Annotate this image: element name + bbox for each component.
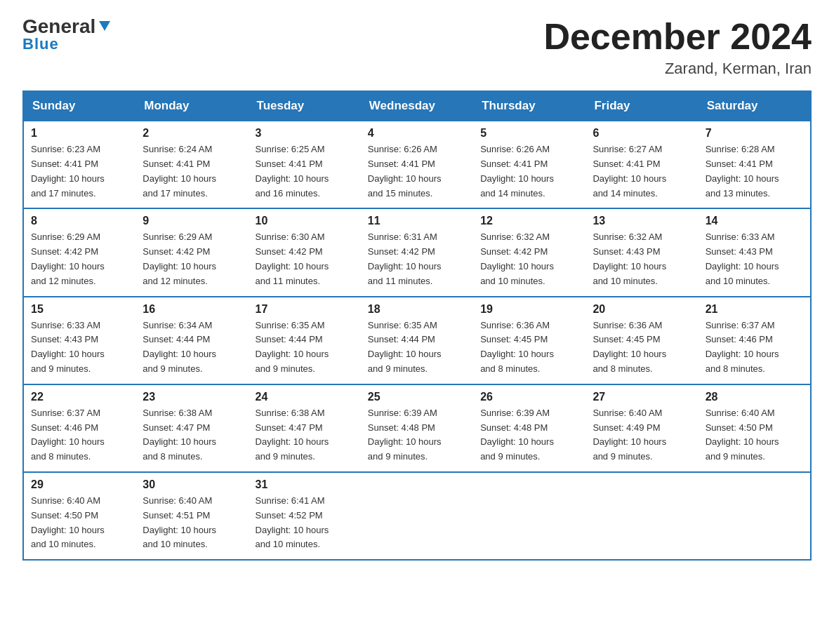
day-info: Sunrise: 6:33 AMSunset: 4:43 PMDaylight:…	[706, 232, 779, 286]
day-info: Sunrise: 6:34 AMSunset: 4:44 PMDaylight:…	[143, 320, 216, 374]
day-number: 4	[368, 127, 466, 140]
calendar-cell	[473, 472, 585, 560]
day-info: Sunrise: 6:39 AMSunset: 4:48 PMDaylight:…	[368, 408, 442, 462]
calendar-cell: 9 Sunrise: 6:29 AMSunset: 4:42 PMDayligh…	[135, 208, 248, 296]
weekday-header-wednesday: Wednesday	[361, 91, 473, 121]
day-info: Sunrise: 6:35 AMSunset: 4:44 PMDaylight:…	[368, 320, 442, 374]
day-number: 6	[593, 127, 691, 140]
weekday-header-thursday: Thursday	[473, 91, 585, 121]
calendar-cell: 31 Sunrise: 6:41 AMSunset: 4:52 PMDaylig…	[249, 472, 361, 560]
title-block: December 2024 Zarand, Kerman, Iran	[543, 17, 812, 78]
day-number: 20	[593, 303, 691, 316]
logo: General Blue	[22, 17, 112, 53]
calendar-cell: 6 Sunrise: 6:27 AMSunset: 4:41 PMDayligh…	[585, 121, 698, 208]
calendar-cell: 21 Sunrise: 6:37 AMSunset: 4:46 PMDaylig…	[699, 297, 811, 384]
logo-general-text: General	[22, 17, 95, 36]
calendar-cell: 3 Sunrise: 6:25 AMSunset: 4:41 PMDayligh…	[249, 121, 361, 208]
logo-blue-text: Blue	[22, 35, 59, 53]
weekday-header-row: SundayMondayTuesdayWednesdayThursdayFrid…	[23, 91, 811, 121]
svg-marker-0	[99, 21, 110, 31]
day-info: Sunrise: 6:31 AMSunset: 4:42 PMDaylight:…	[368, 232, 442, 286]
calendar-cell: 27 Sunrise: 6:40 AMSunset: 4:49 PMDaylig…	[585, 384, 698, 472]
day-info: Sunrise: 6:32 AMSunset: 4:42 PMDaylight:…	[480, 232, 554, 286]
calendar-cell: 15 Sunrise: 6:33 AMSunset: 4:43 PMDaylig…	[23, 297, 135, 384]
weekday-header-friday: Friday	[585, 91, 698, 121]
day-info: Sunrise: 6:32 AMSunset: 4:43 PMDaylight:…	[593, 232, 666, 286]
calendar-cell: 8 Sunrise: 6:29 AMSunset: 4:42 PMDayligh…	[23, 208, 135, 296]
day-info: Sunrise: 6:37 AMSunset: 4:46 PMDaylight:…	[706, 320, 779, 374]
weekday-header-sunday: Sunday	[23, 91, 135, 121]
day-number: 21	[706, 303, 803, 316]
day-info: Sunrise: 6:36 AMSunset: 4:45 PMDaylight:…	[480, 320, 554, 374]
day-number: 16	[143, 303, 241, 316]
calendar-cell: 2 Sunrise: 6:24 AMSunset: 4:41 PMDayligh…	[135, 121, 248, 208]
day-info: Sunrise: 6:33 AMSunset: 4:43 PMDaylight:…	[31, 320, 105, 374]
day-number: 18	[368, 303, 466, 316]
day-info: Sunrise: 6:29 AMSunset: 4:42 PMDaylight:…	[31, 232, 105, 286]
calendar-cell: 13 Sunrise: 6:32 AMSunset: 4:43 PMDaylig…	[585, 208, 698, 296]
day-info: Sunrise: 6:30 AMSunset: 4:42 PMDaylight:…	[256, 232, 329, 286]
calendar-cell: 26 Sunrise: 6:39 AMSunset: 4:48 PMDaylig…	[473, 384, 585, 472]
day-number: 8	[31, 215, 128, 227]
day-info: Sunrise: 6:23 AMSunset: 4:41 PMDaylight:…	[31, 144, 105, 198]
calendar-cell: 10 Sunrise: 6:30 AMSunset: 4:42 PMDaylig…	[249, 208, 361, 296]
day-info: Sunrise: 6:40 AMSunset: 4:50 PMDaylight:…	[706, 408, 779, 462]
day-info: Sunrise: 6:40 AMSunset: 4:51 PMDaylight:…	[143, 495, 216, 549]
calendar-cell: 28 Sunrise: 6:40 AMSunset: 4:50 PMDaylig…	[699, 384, 811, 472]
day-info: Sunrise: 6:40 AMSunset: 4:49 PMDaylight:…	[593, 408, 666, 462]
day-number: 22	[31, 391, 128, 403]
day-info: Sunrise: 6:26 AMSunset: 4:41 PMDaylight:…	[480, 144, 554, 198]
calendar-cell: 25 Sunrise: 6:39 AMSunset: 4:48 PMDaylig…	[361, 384, 473, 472]
calendar-cell: 12 Sunrise: 6:32 AMSunset: 4:42 PMDaylig…	[473, 208, 585, 296]
logo-arrow-icon	[97, 18, 112, 34]
day-number: 24	[256, 391, 354, 403]
calendar-cell: 16 Sunrise: 6:34 AMSunset: 4:44 PMDaylig…	[135, 297, 248, 384]
day-info: Sunrise: 6:27 AMSunset: 4:41 PMDaylight:…	[593, 144, 666, 198]
calendar-cell: 29 Sunrise: 6:40 AMSunset: 4:50 PMDaylig…	[23, 472, 135, 560]
day-info: Sunrise: 6:29 AMSunset: 4:42 PMDaylight:…	[143, 232, 216, 286]
calendar-cell	[699, 472, 811, 560]
calendar-cell	[361, 472, 473, 560]
day-number: 31	[256, 478, 354, 491]
calendar-cell: 7 Sunrise: 6:28 AMSunset: 4:41 PMDayligh…	[699, 121, 811, 208]
calendar-cell	[585, 472, 698, 560]
day-number: 30	[143, 478, 241, 491]
day-number: 17	[256, 303, 354, 316]
day-number: 27	[593, 391, 691, 403]
day-number: 23	[143, 391, 241, 403]
calendar-table: SundayMondayTuesdayWednesdayThursdayFrid…	[22, 90, 812, 561]
calendar-cell: 22 Sunrise: 6:37 AMSunset: 4:46 PMDaylig…	[23, 384, 135, 472]
calendar-cell: 24 Sunrise: 6:38 AMSunset: 4:47 PMDaylig…	[249, 384, 361, 472]
day-info: Sunrise: 6:39 AMSunset: 4:48 PMDaylight:…	[480, 408, 554, 462]
calendar-cell: 20 Sunrise: 6:36 AMSunset: 4:45 PMDaylig…	[585, 297, 698, 384]
day-number: 29	[31, 478, 128, 491]
calendar-cell: 17 Sunrise: 6:35 AMSunset: 4:44 PMDaylig…	[249, 297, 361, 384]
day-number: 26	[480, 391, 578, 403]
calendar-cell: 18 Sunrise: 6:35 AMSunset: 4:44 PMDaylig…	[361, 297, 473, 384]
day-number: 13	[593, 215, 691, 227]
day-info: Sunrise: 6:28 AMSunset: 4:41 PMDaylight:…	[706, 144, 779, 198]
week-row-1: 1 Sunrise: 6:23 AMSunset: 4:41 PMDayligh…	[23, 121, 811, 208]
month-title: December 2024	[543, 17, 812, 57]
day-number: 9	[143, 215, 241, 227]
day-number: 11	[368, 215, 466, 227]
day-number: 15	[31, 303, 128, 316]
weekday-header-tuesday: Tuesday	[249, 91, 361, 121]
day-info: Sunrise: 6:25 AMSunset: 4:41 PMDaylight:…	[256, 144, 329, 198]
day-info: Sunrise: 6:24 AMSunset: 4:41 PMDaylight:…	[143, 144, 216, 198]
calendar-cell: 1 Sunrise: 6:23 AMSunset: 4:41 PMDayligh…	[23, 121, 135, 208]
calendar-cell: 30 Sunrise: 6:40 AMSunset: 4:51 PMDaylig…	[135, 472, 248, 560]
day-number: 5	[480, 127, 578, 140]
day-number: 1	[31, 127, 128, 140]
day-info: Sunrise: 6:41 AMSunset: 4:52 PMDaylight:…	[256, 495, 329, 549]
calendar-cell: 19 Sunrise: 6:36 AMSunset: 4:45 PMDaylig…	[473, 297, 585, 384]
day-info: Sunrise: 6:26 AMSunset: 4:41 PMDaylight:…	[368, 144, 442, 198]
week-row-3: 15 Sunrise: 6:33 AMSunset: 4:43 PMDaylig…	[23, 297, 811, 384]
day-info: Sunrise: 6:35 AMSunset: 4:44 PMDaylight:…	[256, 320, 329, 374]
calendar-cell: 14 Sunrise: 6:33 AMSunset: 4:43 PMDaylig…	[699, 208, 811, 296]
calendar-cell: 4 Sunrise: 6:26 AMSunset: 4:41 PMDayligh…	[361, 121, 473, 208]
day-info: Sunrise: 6:40 AMSunset: 4:50 PMDaylight:…	[31, 495, 105, 549]
day-number: 28	[706, 391, 803, 403]
day-number: 12	[480, 215, 578, 227]
location-text: Zarand, Kerman, Iran	[543, 60, 812, 78]
